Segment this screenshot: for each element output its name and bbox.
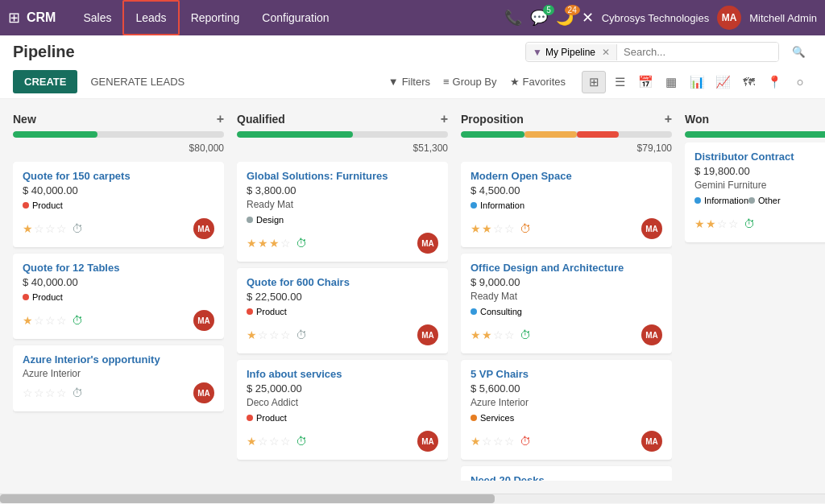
star-2[interactable]: ☆ xyxy=(269,435,280,448)
star-2[interactable]: ☆ xyxy=(45,386,56,399)
star-3[interactable]: ☆ xyxy=(280,328,291,341)
table-row[interactable]: Azure Interior's opportunityAzure Interi… xyxy=(13,345,224,411)
favorites-button[interactable]: ★ Favorites xyxy=(510,76,566,88)
circle-icon[interactable]: ○ xyxy=(788,71,812,93)
star-2[interactable]: ☆ xyxy=(493,328,504,341)
nav-sales[interactable]: Sales xyxy=(72,0,122,35)
create-button[interactable]: CREATE xyxy=(13,70,77,93)
star-0[interactable]: ☆ xyxy=(23,386,33,399)
star-1[interactable]: ☆ xyxy=(34,314,44,327)
col-add-btn-proposition[interactable]: + xyxy=(665,112,672,126)
table-row[interactable]: Info about services$ 25,000.00Deco Addic… xyxy=(237,360,448,460)
table-row[interactable]: Quote for 600 Chairs$ 22,500.00Product ★… xyxy=(237,268,448,353)
table-row[interactable]: Office Design and Architecture$ 9,000.00… xyxy=(461,254,672,353)
map-icon[interactable]: 🗺 xyxy=(736,71,761,93)
col-add-btn-qualified[interactable]: + xyxy=(441,112,448,126)
table-row[interactable]: Quote for 12 Tables$ 40,000.00Product ★☆… xyxy=(13,254,224,339)
star-1[interactable]: ☆ xyxy=(258,435,268,448)
star-2[interactable]: ★ xyxy=(269,237,280,250)
kanban-view-icon[interactable]: ⊞ xyxy=(582,71,606,93)
star-rating[interactable]: ★★★☆ xyxy=(247,237,291,250)
star-rating[interactable]: ★★☆☆ xyxy=(471,222,515,235)
star-rating[interactable]: ★★☆☆ xyxy=(471,328,515,341)
user-avatar[interactable]: MA xyxy=(717,6,741,30)
star-0[interactable]: ★ xyxy=(471,435,481,448)
filter-tag-close[interactable]: ✕ xyxy=(602,47,610,58)
line-chart-icon[interactable]: 📈 xyxy=(711,71,735,93)
brand-logo[interactable]: CRM xyxy=(27,10,56,25)
grid-icon[interactable]: ⊞ xyxy=(8,9,20,27)
star-rating[interactable]: ☆☆☆☆ xyxy=(23,386,67,399)
star-1[interactable]: ☆ xyxy=(482,435,492,448)
star-2[interactable]: ☆ xyxy=(269,328,280,341)
star-3[interactable]: ☆ xyxy=(728,217,739,230)
close-icon[interactable]: ✕ xyxy=(582,9,594,27)
table-row[interactable]: Quote for 150 carpets$ 40,000.00Product … xyxy=(13,162,224,247)
star-rating[interactable]: ★★☆☆ xyxy=(694,217,739,230)
star-0[interactable]: ★ xyxy=(247,328,257,341)
star-1[interactable]: ★ xyxy=(706,217,716,230)
star-1[interactable]: ★ xyxy=(482,222,492,235)
star-0[interactable]: ★ xyxy=(694,217,705,230)
star-1[interactable]: ★ xyxy=(482,328,492,341)
phone-icon[interactable]: 📞 xyxy=(504,9,522,27)
star-1[interactable]: ☆ xyxy=(258,328,268,341)
filters-button[interactable]: ▼ Filters xyxy=(388,76,430,88)
col-title-proposition: Proposition xyxy=(461,113,524,126)
star-3[interactable]: ☆ xyxy=(56,222,67,235)
search-input[interactable] xyxy=(617,43,778,61)
star-1[interactable]: ★ xyxy=(258,237,268,250)
search-button[interactable]: 🔍 xyxy=(786,43,812,61)
star-0[interactable]: ★ xyxy=(23,314,33,327)
star-1[interactable]: ☆ xyxy=(34,222,44,235)
star-2[interactable]: ☆ xyxy=(493,222,504,235)
star-3[interactable]: ☆ xyxy=(504,222,515,235)
star-3[interactable]: ☆ xyxy=(280,435,291,448)
star-0[interactable]: ★ xyxy=(247,435,257,448)
bar-chart-icon[interactable]: 📊 xyxy=(685,71,709,93)
horizontal-scrollbar[interactable] xyxy=(0,494,825,503)
star-0[interactable]: ★ xyxy=(471,328,481,341)
star-0[interactable]: ★ xyxy=(23,222,33,235)
table-row[interactable]: Global Solutions: Furnitures$ 3,800.00Re… xyxy=(237,162,448,262)
nav-reporting[interactable]: Reporting xyxy=(180,0,251,35)
star-2[interactable]: ☆ xyxy=(45,222,56,235)
nav-configuration[interactable]: Configuration xyxy=(251,0,340,35)
card-tag: Services xyxy=(471,413,514,423)
star-3[interactable]: ☆ xyxy=(280,237,291,250)
table-row[interactable]: Need 20 Desks$ 60,000.00 xyxy=(461,466,672,481)
card-company: Deco Addict xyxy=(247,397,438,408)
tag-label: Design xyxy=(256,215,284,225)
calendar-view-icon[interactable]: 📅 xyxy=(633,71,657,93)
table-row[interactable]: Modern Open Space$ 4,500.00Information ★… xyxy=(461,162,672,247)
star-3[interactable]: ☆ xyxy=(504,328,515,341)
star-2[interactable]: ☆ xyxy=(493,435,504,448)
star-3[interactable]: ☆ xyxy=(56,386,67,399)
star-2[interactable]: ☆ xyxy=(717,217,728,230)
nav-leads[interactable]: Leads xyxy=(122,0,179,35)
grid-view-icon[interactable]: ▦ xyxy=(659,71,683,93)
star-rating[interactable]: ★☆☆☆ xyxy=(247,328,291,341)
star-0[interactable]: ★ xyxy=(247,237,257,250)
star-0[interactable]: ★ xyxy=(471,222,481,235)
star-rating[interactable]: ★☆☆☆ xyxy=(471,435,515,448)
list-view-icon[interactable]: ☰ xyxy=(607,71,632,93)
star-rating[interactable]: ★☆☆☆ xyxy=(247,435,291,448)
clock-icon: ⏱ xyxy=(744,217,755,230)
star-2[interactable]: ☆ xyxy=(45,314,56,327)
table-row[interactable]: Distributor Contract$ 19,800.00Gemini Fu… xyxy=(685,143,825,242)
star-rating[interactable]: ★☆☆☆ xyxy=(23,314,67,327)
group-by-button[interactable]: ≡ Group By xyxy=(443,76,497,88)
star-rating[interactable]: ★☆☆☆ xyxy=(23,222,67,235)
star-3[interactable]: ☆ xyxy=(56,314,67,327)
col-add-btn-new[interactable]: + xyxy=(217,112,224,126)
chat-icon[interactable]: 💬 5 xyxy=(530,9,548,27)
activity-icon[interactable]: 🌙 24 xyxy=(556,9,574,27)
pin-icon[interactable]: 📍 xyxy=(762,71,786,93)
filter-tag-icon: ▼ xyxy=(533,47,542,58)
table-row[interactable]: 5 VP Chairs$ 5,600.00Azure InteriorServi… xyxy=(461,360,672,460)
star-3[interactable]: ☆ xyxy=(504,435,515,448)
star-1[interactable]: ☆ xyxy=(34,386,44,399)
generate-leads-button[interactable]: GENERATE LEADS xyxy=(90,76,184,88)
kanban-col-won: Won+Distributor Contract$ 19,800.00Gemin… xyxy=(685,112,825,481)
